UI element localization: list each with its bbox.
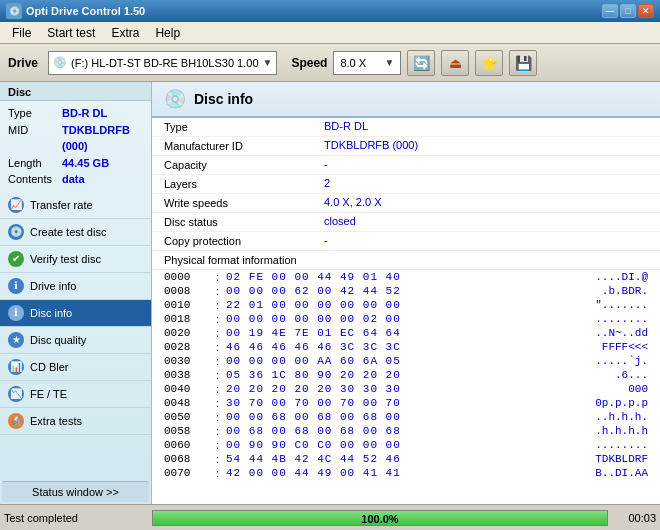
hex-colon: : <box>216 369 226 381</box>
hex-ascii: 0p.p.p.p <box>558 397 648 409</box>
hex-row: 0038 : 05 36 1C 80 90 20 20 20 .6... <box>152 368 660 382</box>
sidebar-item-drive-info[interactable]: ℹ Drive info <box>0 273 151 300</box>
hex-row: 0018 : 00 00 00 00 00 00 02 00 ........ <box>152 312 660 326</box>
hex-bytes: 54 44 4B 42 4C 44 52 46 <box>226 453 558 465</box>
content-header: 💿 Disc info <box>152 82 660 118</box>
hex-addr: 0000 <box>164 271 216 283</box>
menu-start-test[interactable]: Start test <box>39 24 103 42</box>
status-window-button[interactable]: Status window >> <box>2 481 149 502</box>
hex-row: 0010 : 22 01 00 00 00 00 00 00 "....... <box>152 298 660 312</box>
hex-ascii: FFFF<<< <box>558 341 648 353</box>
sidebar-mid-key: MID <box>8 122 58 155</box>
sidebar-item-transfer-rate[interactable]: 📈 Transfer rate <box>0 192 151 219</box>
menu-extra[interactable]: Extra <box>103 24 147 42</box>
sidebar-item-drive-info-label: Drive info <box>30 280 76 292</box>
sidebar-item-disc-quality[interactable]: ★ Disc quality <box>0 327 151 354</box>
hex-row: 0068 : 54 44 4B 42 4C 44 52 46 TDKBLDRF <box>152 452 660 466</box>
hex-row: 0000 : 02 FE 00 00 44 49 01 40 ....DI.@ <box>152 270 660 284</box>
sidebar-nav: 📈 Transfer rate 💿 Create test disc ✔ Ver… <box>0 192 151 480</box>
hex-ascii: ....DI.@ <box>558 271 648 283</box>
title-bar: 💿 Opti Drive Control 1.50 — □ ✕ <box>0 0 660 22</box>
hex-addr: 0068 <box>164 453 216 465</box>
sidebar: Disc Type BD-R DL MID TDKBLDRFB (000) Le… <box>0 82 152 504</box>
hex-colon: : <box>216 355 226 367</box>
info-row-disc-status: Disc status closed <box>152 213 660 232</box>
sidebar-item-transfer-rate-label: Transfer rate <box>30 199 93 211</box>
progress-bar: 100.0% <box>152 510 608 526</box>
hex-colon: : <box>216 313 226 325</box>
info-key-type: Type <box>164 120 324 134</box>
sidebar-item-verify-test-disc-label: Verify test disc <box>30 253 101 265</box>
create-test-disc-icon: 💿 <box>8 224 24 240</box>
action-button[interactable]: ⭐ <box>475 50 503 76</box>
refresh-button[interactable]: 🔄 <box>407 50 435 76</box>
disc-quality-icon: ★ <box>8 332 24 348</box>
sidebar-item-disc-quality-label: Disc quality <box>30 334 86 346</box>
hex-bytes: 00 00 00 00 00 00 02 00 <box>226 313 558 325</box>
hex-colon: : <box>216 271 226 283</box>
info-val-copy-protection: - <box>324 234 328 246</box>
sidebar-item-disc-info[interactable]: ℹ Disc info <box>0 300 151 327</box>
info-key-capacity: Capacity <box>164 158 324 172</box>
hex-row: 0040 : 20 20 20 20 20 30 30 30 000 <box>152 382 660 396</box>
sidebar-contents-key: Contents <box>8 171 58 188</box>
speed-dropdown-arrow[interactable]: ▼ <box>385 57 395 68</box>
sidebar-item-extra-tests[interactable]: 🔬 Extra tests <box>0 408 151 435</box>
speed-selector[interactable]: 8.0 X ▼ <box>333 51 401 75</box>
hex-addr: 0040 <box>164 383 216 395</box>
hex-row: 0050 : 00 00 68 00 68 00 68 00 ..h.h.h. <box>152 410 660 424</box>
hex-ascii: ..N~..dd <box>558 327 648 339</box>
close-button[interactable]: ✕ <box>638 4 654 18</box>
hex-ascii: "....... <box>558 299 648 311</box>
hex-bytes: 00 90 90 C0 C0 00 00 00 <box>226 439 558 451</box>
info-val-layers: 2 <box>324 177 330 189</box>
hex-addr: 0050 <box>164 411 216 423</box>
info-row-capacity: Capacity - <box>152 156 660 175</box>
info-row-write-speeds: Write speeds 4.0 X, 2.0 X <box>152 194 660 213</box>
hex-bytes: 00 00 00 62 00 42 44 52 <box>226 285 558 297</box>
info-row-layers: Layers 2 <box>152 175 660 194</box>
info-key-write-speeds: Write speeds <box>164 196 324 210</box>
menu-help[interactable]: Help <box>147 24 188 42</box>
hex-addr: 0038 <box>164 369 216 381</box>
info-val-manufacturer: TDKBLDRFB (000) <box>324 139 418 151</box>
eject-button[interactable]: ⏏ <box>441 50 469 76</box>
hex-row: 0008 : 00 00 00 62 00 42 44 52 .b.BDR. <box>152 284 660 298</box>
hex-ascii: TDKBLDRF <box>558 453 648 465</box>
hex-bytes: 46 46 46 46 46 3C 3C 3C <box>226 341 558 353</box>
hex-colon: : <box>216 341 226 353</box>
info-val-disc-status: closed <box>324 215 356 227</box>
hex-addr: 0060 <box>164 439 216 451</box>
app-icon: 💿 <box>6 3 22 19</box>
hex-colon: : <box>216 453 226 465</box>
info-val-capacity: - <box>324 158 328 170</box>
sidebar-item-fe-te[interactable]: 📉 FE / TE <box>0 381 151 408</box>
hex-addr: 0020 <box>164 327 216 339</box>
sidebar-disc-section: Disc <box>0 82 151 101</box>
content-area: 💿 Disc info Type BD-R DL Manufacturer ID… <box>152 82 660 504</box>
hex-bytes: 22 01 00 00 00 00 00 00 <box>226 299 558 311</box>
drive-dropdown-arrow[interactable]: ▼ <box>263 57 273 68</box>
sidebar-item-fe-te-label: FE / TE <box>30 388 67 400</box>
hex-row: 0048 : 30 70 00 70 00 70 00 70 0p.p.p.p <box>152 396 660 410</box>
drive-selector[interactable]: 💿 (F:) HL-DT-ST BD-RE BH10LS30 1.00 ▼ <box>48 51 277 75</box>
drive-name: (F:) HL-DT-ST BD-RE BH10LS30 1.00 <box>71 57 258 69</box>
minimize-button[interactable]: — <box>602 4 618 18</box>
maximize-button[interactable]: □ <box>620 4 636 18</box>
info-row-physical-format: Physical format information <box>152 251 660 270</box>
sidebar-item-create-test-disc[interactable]: 💿 Create test disc <box>0 219 151 246</box>
content-header-icon: 💿 <box>164 88 186 110</box>
sidebar-length-val: 44.45 GB <box>62 155 109 172</box>
sidebar-disc-info: Type BD-R DL MID TDKBLDRFB (000) Length … <box>0 101 151 192</box>
menu-bar: File Start test Extra Help <box>0 22 660 44</box>
hex-bytes: 42 00 00 44 49 00 41 41 <box>226 467 558 479</box>
sidebar-item-disc-info-label: Disc info <box>30 307 72 319</box>
hex-addr: 0030 <box>164 355 216 367</box>
menu-file[interactable]: File <box>4 24 39 42</box>
hex-bytes: 30 70 00 70 00 70 00 70 <box>226 397 558 409</box>
fe-te-icon: 📉 <box>8 386 24 402</box>
save-button[interactable]: 💾 <box>509 50 537 76</box>
sidebar-item-cd-bler[interactable]: 📊 CD Bler <box>0 354 151 381</box>
hex-addr: 0048 <box>164 397 216 409</box>
sidebar-item-verify-test-disc[interactable]: ✔ Verify test disc <box>0 246 151 273</box>
